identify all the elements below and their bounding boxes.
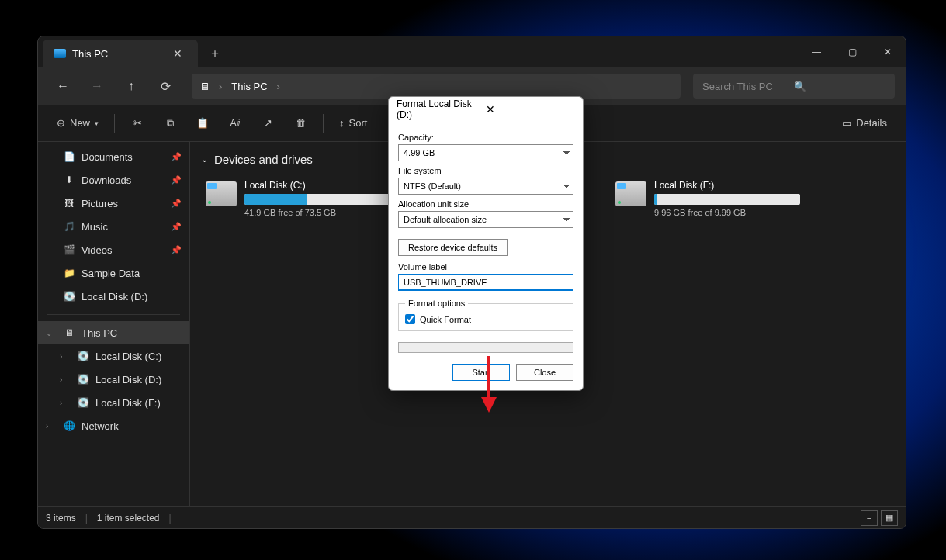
item-count: 3 items — [46, 513, 76, 524]
sidebar-tree-disk-c[interactable]: ›💽Local Disk (C:) — [38, 344, 189, 368]
chevron-right-icon: › — [46, 422, 57, 430]
volume-label-input[interactable] — [398, 274, 573, 291]
forward-button[interactable]: → — [83, 74, 111, 99]
pin-icon: 📌 — [171, 222, 182, 232]
sidebar-tree-disk-f[interactable]: ›💽Local Disk (F:) — [38, 391, 189, 414]
network-icon: 🌐 — [63, 420, 75, 432]
maximize-button[interactable]: ▢ — [834, 36, 870, 67]
pin-icon: 📌 — [171, 199, 182, 209]
videos-icon: 🎬 — [63, 244, 75, 256]
allocation-select[interactable]: Default allocation size — [398, 211, 573, 228]
paste-button[interactable]: 📋 — [188, 111, 217, 136]
address-bar[interactable]: 🖥 › This PC › — [192, 74, 681, 99]
chevron-right-icon: › — [219, 81, 222, 92]
refresh-button[interactable]: ⟳ — [151, 74, 179, 99]
rename-icon: Aⅈ — [230, 117, 241, 129]
close-tab-icon[interactable]: ✕ — [168, 46, 187, 61]
up-button[interactable]: ↑ — [117, 74, 145, 99]
filesystem-select[interactable]: NTFS (Default) — [398, 178, 573, 195]
sidebar-item-pictures[interactable]: 🖼Pictures📌 — [38, 192, 189, 215]
document-icon: 📄 — [63, 150, 75, 163]
tab-title: This PC — [72, 48, 162, 60]
pin-icon: 📌 — [171, 175, 182, 185]
view-details-button[interactable]: ≡ — [861, 510, 878, 526]
disk-icon: 💽 — [63, 290, 75, 302]
disk-icon: 💽 — [77, 396, 89, 409]
sidebar-item-network[interactable]: ›🌐Network — [38, 414, 189, 437]
format-options-legend: Format options — [405, 299, 468, 308]
search-placeholder: Search This PC — [702, 81, 794, 92]
drive-icon — [615, 181, 646, 206]
folder-icon: 📁 — [63, 267, 75, 279]
window-controls: — ▢ ✕ — [799, 36, 906, 67]
active-tab[interactable]: This PC ✕ — [43, 40, 198, 67]
capacity-label: Capacity: — [398, 133, 573, 142]
sidebar-item-local-disk-d[interactable]: 💽Local Disk (D:) — [38, 285, 189, 308]
sidebar-item-videos[interactable]: 🎬Videos📌 — [38, 238, 189, 261]
pin-icon: 📌 — [171, 245, 182, 255]
sidebar-tree-disk-d[interactable]: ›💽Local Disk (D:) — [38, 368, 189, 391]
share-button[interactable]: ↗ — [253, 111, 282, 136]
monitor-icon: 🖥 — [199, 81, 210, 92]
new-tab-button[interactable]: ＋ — [198, 36, 232, 67]
cut-button[interactable]: ✂ — [123, 111, 152, 136]
close-window-button[interactable]: ✕ — [870, 36, 906, 67]
copy-button[interactable]: ⧉ — [155, 111, 185, 136]
format-progress-bar — [398, 342, 573, 353]
address-location: This PC — [231, 81, 267, 92]
details-pane-button[interactable]: ▭ Details — [834, 111, 895, 136]
filesystem-label: File system — [398, 166, 573, 175]
pin-icon: 📌 — [171, 152, 182, 162]
chevron-down-icon: ▾ — [95, 119, 99, 127]
quick-format-input[interactable] — [405, 314, 415, 324]
close-button[interactable]: Close — [516, 364, 573, 381]
rename-button[interactable]: Aⅈ — [220, 111, 250, 136]
allocation-label: Allocation unit size — [398, 199, 573, 209]
sidebar-item-this-pc[interactable]: ⌄🖥This PC — [38, 321, 189, 344]
disk-icon: 💽 — [77, 350, 89, 362]
format-dialog: Format Local Disk (D:) ✕ Capacity: 4.99 … — [388, 96, 584, 391]
sidebar-item-music[interactable]: 🎵Music📌 — [38, 215, 189, 238]
share-icon: ↗ — [264, 117, 272, 129]
capacity-select[interactable]: 4.99 GB — [398, 144, 573, 161]
minimize-button[interactable]: — — [799, 36, 834, 67]
chevron-down-icon: ⌄ — [201, 154, 208, 164]
drive-item-f[interactable]: Local Disk (F:) 9.96 GB free of 9.99 GB — [611, 175, 805, 222]
new-button[interactable]: ⊕ New ▾ — [49, 111, 106, 136]
chevron-right-icon: › — [60, 375, 71, 384]
chevron-right-icon: › — [277, 81, 280, 92]
dialog-title: Format Local Disk (D:) — [397, 99, 481, 120]
this-pc-icon — [54, 49, 66, 58]
disk-icon: 💽 — [77, 373, 89, 385]
this-pc-icon: 🖥 — [63, 327, 75, 339]
sidebar-item-downloads[interactable]: ⬇Downloads📌 — [38, 168, 189, 192]
sort-button[interactable]: ↕ Sort — [331, 111, 375, 136]
search-input[interactable]: Search This PC 🔍 — [693, 74, 895, 99]
sidebar-item-sample-data[interactable]: 📁Sample Data — [38, 261, 189, 285]
plus-circle-icon: ⊕ — [57, 117, 65, 129]
storage-bar — [654, 194, 800, 205]
view-large-button[interactable]: ▦ — [881, 510, 898, 526]
sort-icon: ↕ — [339, 117, 345, 129]
drive-item-c[interactable]: Local Disk (C:) 41.9 GB free of 73.5 GB — [201, 175, 395, 222]
search-icon: 🔍 — [794, 81, 885, 92]
navigation-sidebar: 📄Documents📌 ⬇Downloads📌 🖼Pictures📌 🎵Musi… — [38, 142, 190, 506]
chevron-right-icon: › — [60, 399, 71, 407]
chevron-down-icon: ⌄ — [46, 329, 57, 337]
drive-icon — [206, 181, 237, 206]
restore-defaults-button[interactable]: Restore device defaults — [398, 239, 508, 256]
music-icon: 🎵 — [63, 220, 75, 233]
quick-format-checkbox[interactable]: Quick Format — [405, 314, 567, 324]
delete-button[interactable]: 🗑 — [286, 111, 315, 136]
dialog-close-button[interactable]: ✕ — [481, 102, 575, 117]
volume-label-label: Volume label — [398, 262, 573, 271]
start-button[interactable]: Start — [452, 364, 510, 381]
pictures-icon: 🖼 — [63, 197, 75, 209]
sidebar-item-documents[interactable]: 📄Documents📌 — [38, 145, 189, 168]
titlebar: This PC ✕ ＋ — ▢ ✕ — [38, 36, 906, 67]
clipboard-icon: 📋 — [196, 117, 209, 129]
statusbar: 3 items | 1 item selected | ≡ ▦ — [38, 506, 906, 528]
dialog-titlebar[interactable]: Format Local Disk (D:) ✕ — [389, 97, 583, 122]
back-button[interactable]: ← — [49, 74, 77, 99]
panel-icon: ▭ — [842, 117, 851, 129]
